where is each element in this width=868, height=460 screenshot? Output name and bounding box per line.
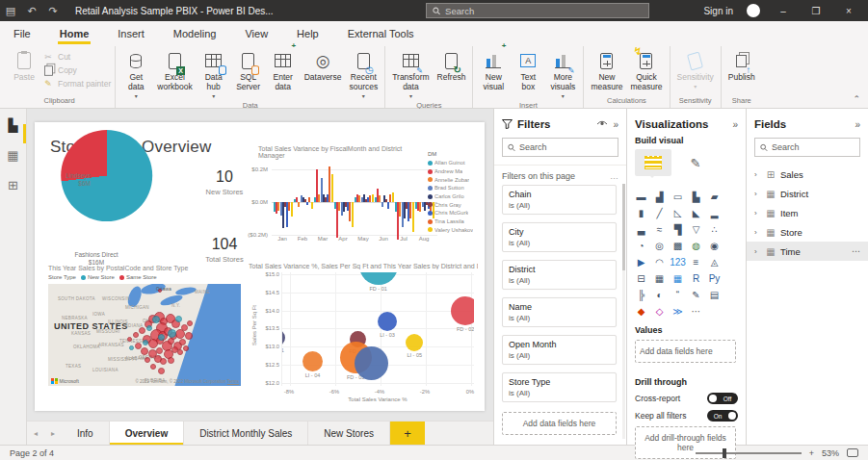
visual-type-icon[interactable]: “ <box>670 287 686 302</box>
menu-item[interactable]: Home <box>58 24 92 44</box>
map-terms-link[interactable]: Terms <box>227 379 239 384</box>
zoom-percent[interactable]: 53% <box>822 448 839 458</box>
visual-type-icon[interactable]: ◣ <box>688 205 704 220</box>
visual-type-icon[interactable]: ▬ <box>633 189 649 204</box>
expand-chevron-icon[interactable]: › <box>754 170 761 179</box>
map-data-point[interactable] <box>143 340 148 345</box>
drill-through-add-field-dropzone[interactable]: Add drill-through fields here <box>635 426 736 459</box>
format-visual-tab[interactable]: ✎ <box>677 149 714 176</box>
visual-type-icon[interactable]: ▮ <box>633 205 649 220</box>
menu-item[interactable]: File <box>12 24 33 44</box>
field-table-row[interactable]: › ▦ Store <box>747 222 868 242</box>
prev-page-arrow[interactable]: ◂ <box>27 422 44 445</box>
visual-type-icon[interactable]: ≡ <box>688 254 704 269</box>
expand-chevron-icon[interactable]: › <box>754 247 761 256</box>
scatter-bubble-LI-04[interactable] <box>302 351 323 371</box>
map-data-point[interactable] <box>181 324 188 331</box>
map[interactable]: UNITED STATES Ottawa SOUTH DAKOTAWISCONS… <box>48 284 241 386</box>
menu-item[interactable]: Modeling <box>171 24 219 44</box>
quick-measure-button[interactable]: ↯ Quick measure <box>627 46 665 92</box>
visual-type-icon[interactable]: ▭ <box>670 189 686 204</box>
visual-type-icon[interactable]: ╱ <box>651 205 668 220</box>
report-page[interactable]: Store Sales Overview This Year Sales by … <box>35 122 485 411</box>
expand-chevron-icon[interactable]: › <box>754 190 761 198</box>
map-data-point[interactable] <box>168 357 174 364</box>
menu-item[interactable]: Help <box>295 24 321 44</box>
legend-item[interactable]: Allan Guinot <box>428 159 482 167</box>
column-bar[interactable] <box>392 192 394 202</box>
field-table-row[interactable]: › ▦ Item <box>747 203 868 222</box>
visual-type-icon[interactable]: ◉ <box>706 238 723 253</box>
legend-item[interactable]: Andrew Ma <box>428 167 482 176</box>
map-data-point[interactable] <box>158 334 165 341</box>
visual-type-icon[interactable]: ✎ <box>688 287 704 302</box>
sql-server-button[interactable]: SQL Server <box>232 46 265 92</box>
cross-report-toggle[interactable]: Off <box>707 393 738 404</box>
page-tab-info[interactable]: Info <box>62 422 110 445</box>
scatter-bubble-LI-03[interactable] <box>378 312 397 331</box>
new-visual-button[interactable]: + New visual <box>477 46 510 92</box>
map-data-point[interactable] <box>168 329 176 338</box>
visual-type-icon[interactable]: ▤ <box>706 287 723 302</box>
map-data-point[interactable] <box>133 332 139 338</box>
field-table-row[interactable]: › ▦ District <box>747 184 868 203</box>
visual-type-icon[interactable]: Py <box>706 270 723 286</box>
scatter-bubble-FD-02[interactable] <box>451 296 474 325</box>
excel-workbook-button[interactable]: X Excel workbook <box>154 46 195 92</box>
map-data-point[interactable] <box>185 332 193 340</box>
values-add-field-dropzone[interactable]: Add data fields here <box>635 340 736 363</box>
minimize-button[interactable]: – <box>774 6 793 16</box>
enter-data-button[interactable]: + Enter data <box>267 46 300 92</box>
visual-type-icon[interactable]: ◬ <box>706 254 723 269</box>
visual-type-icon[interactable]: ▦ <box>670 270 686 286</box>
sensitivity-button[interactable]: Sensitivity▾ <box>674 46 717 89</box>
get-data-button[interactable]: Get data▾ <box>119 46 152 99</box>
legend-item[interactable]: Annelie Zubar <box>428 175 482 184</box>
scatter-bubble-FD-01[interactable] <box>359 272 398 285</box>
visual-type-icon[interactable]: ╠ <box>633 287 649 302</box>
visual-type-icon[interactable]: ▃ <box>633 221 649 237</box>
column-bar[interactable] <box>298 202 300 207</box>
field-table-row[interactable]: › ▦ Time ⋯ <box>747 242 868 261</box>
visual-type-icon[interactable]: ▽ <box>688 221 704 237</box>
filter-card[interactable]: Chain is (All) <box>502 185 617 215</box>
legend-item[interactable]: Valery Ushakov <box>428 226 482 235</box>
page-tab-new-stores[interactable]: New Stores <box>308 422 390 445</box>
legend-item[interactable]: Chris Gray <box>428 200 482 209</box>
map-data-point[interactable] <box>150 364 156 370</box>
copy-button[interactable]: Copy <box>42 64 111 76</box>
scatter-bubble-unlabeled[interactable] <box>355 346 388 380</box>
map-data-point[interactable] <box>183 345 189 351</box>
map-data-point[interactable] <box>175 316 182 322</box>
redo-icon[interactable]: ↷ <box>42 5 64 17</box>
map-data-point[interactable] <box>145 357 150 363</box>
menu-item[interactable]: External Tools <box>346 24 416 44</box>
visual-type-icon[interactable]: ▂ <box>706 205 723 220</box>
refresh-button[interactable]: ↻ Refresh <box>434 46 469 83</box>
visual-type-icon[interactable]: ≫ <box>670 303 686 319</box>
column-bar[interactable] <box>331 174 333 202</box>
filter-card[interactable]: Open Month is (All) <box>502 335 617 365</box>
column-bar[interactable] <box>291 202 293 217</box>
map-data-point[interactable] <box>158 368 165 374</box>
map-data-point[interactable] <box>129 345 134 350</box>
visual-type-icon[interactable]: R <box>688 270 704 286</box>
map-data-point[interactable] <box>187 320 193 326</box>
column-bar[interactable] <box>352 202 354 227</box>
scatter-bubble-LI-05[interactable] <box>406 334 423 351</box>
restore-button[interactable]: ❐ <box>806 6 826 16</box>
data-hub-button[interactable]: Data hub▾ <box>197 46 230 99</box>
visual-type-icon[interactable]: ◆ <box>633 303 649 319</box>
visual-type-icon[interactable]: ◍ <box>688 238 704 253</box>
visual-type-icon[interactable]: ∴ <box>706 221 723 237</box>
publish-button[interactable]: ↑ Publish <box>725 46 758 83</box>
filter-card[interactable]: City is (All) <box>502 222 617 252</box>
visual-type-icon[interactable]: ≈ <box>651 221 668 237</box>
new-measure-button[interactable]: New measure <box>588 46 625 92</box>
visual-type-icon[interactable]: ▙ <box>688 189 704 204</box>
new-page-button[interactable]: + <box>390 422 425 445</box>
zoom-slider-thumb[interactable] <box>723 448 726 458</box>
collapse-filters-icon[interactable]: » <box>613 119 618 130</box>
visual-type-icon[interactable]: ▰ <box>706 189 723 204</box>
visual-type-icon[interactable]: ▶ <box>633 254 649 269</box>
